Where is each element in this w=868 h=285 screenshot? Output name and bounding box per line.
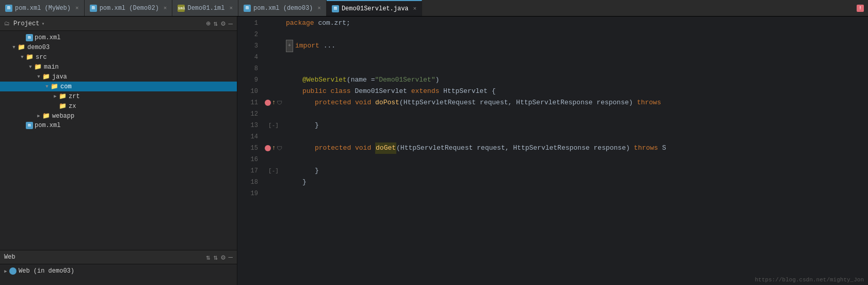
tree-label-src: src [36,54,47,61]
tab-demo01-iml[interactable]: iml Demo01.iml × [172,0,238,16]
watermark-text: https://blog.csdn.net/mighty_Jon [755,277,864,283]
tab-pom-demo03[interactable]: m pom.xml (demo03) × [238,0,327,16]
collapse-all-icon[interactable]: ⇅ [214,19,218,28]
code-line-17: } [284,165,868,177]
tree-item-demo03[interactable]: ▼ 📁 demo03 [0,42,237,52]
tab-label-pom-demo03: pom.xml (demo03) [253,5,313,12]
tree-label-pom-xml-demo03: pom.xml [35,122,60,129]
file-icon-m: m [26,34,33,41]
tree-item-src[interactable]: ▼ 📁 src [0,52,237,62]
code-line-16 [284,154,868,165]
project-title: Project [13,20,39,27]
gutter-line-11[interactable]: ↑ 🛡 [263,97,284,108]
gutter-line-15[interactable]: ↑ 🛡 [263,142,284,154]
web-settings-icon[interactable]: ⚙ [221,253,225,262]
fold-icon-17[interactable]: [-] [268,168,279,174]
code-line-3: +import ... [284,40,868,52]
code-line-12 [284,108,868,120]
folder-icon-zrt: 📁 [59,92,67,100]
tree-label-zrt: zrt [69,93,80,100]
code-line-10: public class Demo01Servlet extends HttpS… [284,86,868,97]
override-icon-15: ↑ [272,145,276,152]
tree-item-pom-xml-demo03[interactable]: m pom.xml [0,121,237,130]
tab-icon-m: m [5,5,12,12]
tree-arrow: ▼ [27,65,34,70]
tree-item-java[interactable]: ▼ 📁 java [0,72,237,82]
tree-arrow: ▼ [10,45,18,50]
tree-label-com: com [60,83,72,90]
tab-icon-m3: m [244,5,251,12]
shield-icon-15: 🛡 [277,145,282,152]
tree-item-webapp[interactable]: ▶ 📁 webapp [0,111,237,121]
tree-label-pom-xml-root: pom.xml [35,34,60,41]
tree-item-zx[interactable]: 📁 zx [0,101,237,111]
gutter-line-13[interactable]: [-] [263,120,284,131]
gutter-area: ↑ 🛡 [-] ↑ 🛡 [263,17,284,285]
locate-icon[interactable]: ⊕ [206,19,210,28]
code-container: 1 2 3 4 8 9 10 11 12 13 14 15 16 17 18 1… [237,17,868,285]
project-folder-icon: 🗂 [4,20,10,27]
settings-icon[interactable]: ⚙ [221,19,225,28]
tab-close-pom-demo03[interactable]: × [317,5,321,11]
code-editor[interactable]: package com.zrt; +import ... @WebServlet… [284,17,868,285]
tab-close-demo01-iml[interactable]: × [229,5,233,11]
tab-bar: m pom.xml (MyWeb) × m pom.xml (Demo02) ×… [0,0,868,17]
tree-item-zrt[interactable]: ▶ 📁 zrt [0,91,237,101]
code-line-15: protected void doGet (HttpServletRequest… [284,142,868,154]
project-dropdown-icon[interactable]: ▾ [41,21,44,27]
tab-close-pom-demo02[interactable]: × [164,5,167,11]
project-tree: m pom.xml ▼ 📁 demo03 ▼ 📁 src [0,31,237,249]
tab-label-pom-demo02: pom.xml (Demo02) [100,5,159,12]
tab-icon-iml: iml [178,5,185,12]
code-line-1: package com.zrt; [284,18,868,29]
fold-icon-13[interactable]: [-] [268,122,279,129]
web-toolbar: ⇅ ⇅ ⚙ — [206,253,233,262]
tab-close-pom-myweb[interactable]: × [75,5,79,11]
code-line-19 [284,188,868,199]
line-numbers: 1 2 3 4 8 9 10 11 12 13 14 15 16 17 18 1… [237,17,263,285]
tab-icon-m2: m [90,5,97,12]
tree-label-webapp: webapp [52,113,74,120]
web-minimize-icon[interactable]: — [229,253,233,261]
breakpoint-icon-11[interactable] [265,100,271,106]
tree-item-com[interactable]: ▼ 📁 com [0,82,237,91]
tab-pom-demo02[interactable]: m pom.xml (Demo02) × [85,0,173,16]
tree-item-web-in-demo03[interactable]: ▶ Web (in demo03) [0,266,237,276]
tree-label-zx: zx [69,103,76,110]
tree-item-pom-xml-root[interactable]: m pom.xml [0,33,237,42]
override-icon-11: ↑ [272,99,276,106]
tab-icon-java: m [332,5,339,12]
minimize-icon[interactable]: — [229,20,233,28]
tree-item-main[interactable]: ▼ 📁 main [0,62,237,72]
tab-demo01servlet-java[interactable]: m Demo01Servlet.java × [327,0,422,16]
code-line-18: } [284,177,868,188]
import-expand-icon[interactable]: + [286,40,293,52]
shield-icon-11: 🛡 [277,100,282,106]
tab-close-demo01servlet[interactable]: × [413,6,417,12]
main-area: 🗂 Project ▾ ⊕ ⇅ ⚙ — m pom.xml [0,17,868,285]
tab-label-demo01-iml: Demo01.iml [187,5,224,12]
folder-icon-main: 📁 [34,63,42,71]
folder-icon-demo03: 📁 [18,43,25,51]
breakpoint-icon-15[interactable] [265,145,271,151]
tree-arrow: ▶ [35,113,42,119]
tab-pom-myweb[interactable]: m pom.xml (MyWeb) × [0,0,85,16]
project-toolbar: ⊕ ⇅ ⚙ — [206,19,233,28]
gutter-line-17[interactable]: [-] [263,165,284,177]
tab-label-demo01servlet: Demo01Servlet.java [342,5,409,12]
method-highlight-doGet: doGet [375,142,396,154]
tree-arrow: ▼ [35,74,42,80]
web-globe-icon [9,267,17,275]
web-align-icon[interactable]: ⇅ [206,253,210,262]
code-line-9: @WebServlet(name = "Demo01Servlet") [284,74,868,86]
sidebar: 🗂 Project ▾ ⊕ ⇅ ⚙ — m pom.xml [0,17,237,285]
tree-label-main: main [44,64,59,71]
code-line-8 [284,63,868,74]
folder-icon-com: 📁 [51,83,58,90]
folder-icon-zx: 📁 [59,102,67,110]
web-collapse-icon[interactable]: ⇅ [214,253,218,262]
tree-label-demo03: demo03 [27,44,50,51]
code-line-4 [284,52,868,63]
code-line-11: protected void doPost (HttpServletReques… [284,97,868,108]
folder-icon-webapp: 📁 [42,112,50,120]
